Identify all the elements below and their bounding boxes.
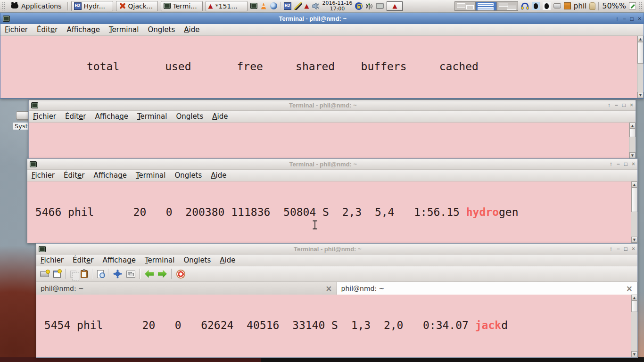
rollup-button[interactable]: ↑ [610,246,612,252]
menu-editer[interactable]: Éditer [65,112,86,121]
titlebar[interactable]: Terminal - phil@nmd: ~ ↑ − □ × [36,244,637,255]
minimize-button[interactable]: − [615,102,618,108]
display-icon[interactable] [376,3,384,9]
cat-icon-2[interactable] [543,2,551,10]
copy-button-disabled[interactable] [70,271,76,278]
scroll-up-button[interactable]: ▲ [631,295,637,301]
rollup-button[interactable]: ↑ [610,161,612,167]
headphones-icon[interactable] [521,2,529,10]
menu-fichier[interactable]: Fichier [5,25,28,34]
minimize-button[interactable]: − [623,16,626,22]
lock-screen-icon[interactable] [355,2,363,10]
menu-terminal[interactable]: Terminal [109,25,139,34]
tab-close-icon[interactable]: × [325,284,332,293]
scrollbar[interactable]: ▲ ▼ [629,123,636,158]
taskbar-button-qjackctl[interactable]: Qjack... [116,1,158,11]
menu-editer[interactable]: Éditer [37,25,58,34]
panel-grip-left[interactable] [2,2,5,10]
scrollbar-thumb[interactable] [631,188,637,212]
scroll-down-button[interactable]: ▼ [637,92,644,98]
menu-fichier[interactable]: Fichier [33,112,56,121]
rollup-button[interactable]: ↑ [616,16,619,22]
menu-aide[interactable]: Aide [184,25,199,34]
paste-button[interactable] [81,270,88,278]
file-cabinet-icon[interactable] [564,2,571,9]
scroll-up-button[interactable]: ▲ [631,181,637,188]
layout-button[interactable] [126,271,135,278]
workspace-3[interactable] [497,1,518,11]
new-tab-button[interactable] [53,271,61,278]
notes-icon[interactable] [629,2,636,9]
maximize-button[interactable]: □ [622,102,626,108]
scroll-up-button[interactable]: ▲ [629,123,636,129]
removable-disk-icon[interactable] [553,3,561,8]
open-terminal-button[interactable] [40,271,49,277]
scroll-down-button[interactable]: ▼ [629,152,636,158]
jack-status-button[interactable]: ▲ [387,1,403,11]
menu-fichier[interactable]: Fichier [32,171,55,180]
workspace-1[interactable] [454,1,476,11]
scrollbar-thumb[interactable] [637,42,644,64]
maximize-button[interactable]: □ [630,16,634,22]
speaker-volume-icon[interactable] [312,2,320,10]
tab-1[interactable]: phil@nmd: ~ × [36,282,337,295]
tray-triangle-icon[interactable]: ▲ [305,3,309,9]
scrollbar-thumb[interactable] [629,129,636,137]
menu-affichage[interactable]: Affichage [103,256,136,264]
terminal-screen[interactable]: 5454 phil 20 0 62624 40516 33140 S 1,3 2… [36,295,631,357]
back-button[interactable] [145,270,154,278]
scrollbar[interactable]: ▲ ▼ [631,295,637,357]
menu-affichage[interactable]: Affichage [94,171,127,180]
titlebar[interactable]: Terminal - phil@nmd: ~ ↑ − □ × [29,100,636,111]
help-lifebuoy-button[interactable] [176,270,185,279]
close-button[interactable]: × [632,246,635,252]
close-button[interactable]: × [630,102,633,108]
workspace-2-active[interactable] [476,1,497,11]
taskbar-button-terminal[interactable]: Termi... [161,1,203,11]
fullscreen-button[interactable] [113,270,122,279]
menu-terminal[interactable]: Terminal [145,256,174,264]
menu-editer[interactable]: Éditer [64,171,84,180]
menu-onglets[interactable]: Onglets [176,112,203,121]
cat-icon-1[interactable] [532,2,540,10]
forward-button[interactable] [158,270,167,278]
rollup-button[interactable]: ↑ [608,102,611,108]
panel-grip-right[interactable] [639,2,642,10]
menu-aide[interactable]: Aide [212,112,228,121]
menu-onglets[interactable]: Onglets [183,256,211,264]
search-button[interactable] [97,270,104,278]
maximize-button[interactable]: □ [624,246,627,252]
titlebar[interactable]: Terminal - phil@nmd: ~ ↑ − □ × [0,13,644,24]
tray-terminal-icon[interactable] [250,3,257,9]
menu-terminal[interactable]: Terminal [137,112,167,121]
maximize-button[interactable]: □ [624,161,627,167]
web-browser-icon[interactable] [270,2,277,9]
minimize-button[interactable]: − [617,246,620,252]
menu-terminal[interactable]: Terminal [136,171,165,180]
scroll-down-button[interactable]: ▼ [631,351,637,357]
menu-editer[interactable]: Éditer [73,256,93,264]
scrollbar[interactable]: ▲ ▼ [631,181,637,243]
scroll-up-button[interactable]: ▲ [637,36,644,42]
pen-icon[interactable] [294,2,302,10]
tray-hydrogen-icon[interactable]: H2 [284,2,291,10]
minimize-button[interactable]: − [617,161,620,167]
menu-affichage[interactable]: Affichage [67,25,100,34]
vlc-cone-icon[interactable] [260,3,267,9]
terminal-screen[interactable]: total used free shared buffers cached Me… [0,36,637,98]
tab-2-active[interactable]: phil@nmd: ~ × [337,282,638,295]
titlebar[interactable]: Terminal - phil@nmd: ~ ↑ − □ × [27,159,637,170]
network-antenna-icon[interactable] [365,2,373,10]
scrollbar-thumb[interactable] [631,301,637,312]
menu-aide[interactable]: Aide [211,171,226,180]
tab-close-icon[interactable]: × [626,284,633,293]
applications-menu-button[interactable]: Applications [8,0,65,12]
close-button[interactable]: × [638,16,641,22]
menu-fichier[interactable]: Fichier [41,256,64,264]
terminal-screen[interactable]: 5466 phil 20 0 200380 111836 50804 S 2,3… [27,181,631,243]
menu-onglets[interactable]: Onglets [174,171,202,180]
jar-icon[interactable] [589,2,595,10]
taskbar-button-hydrogen[interactable]: H2 Hydr... [71,1,113,11]
close-button[interactable]: × [632,161,635,167]
taskbar-button-editor[interactable]: ▲ *151... [206,1,248,11]
